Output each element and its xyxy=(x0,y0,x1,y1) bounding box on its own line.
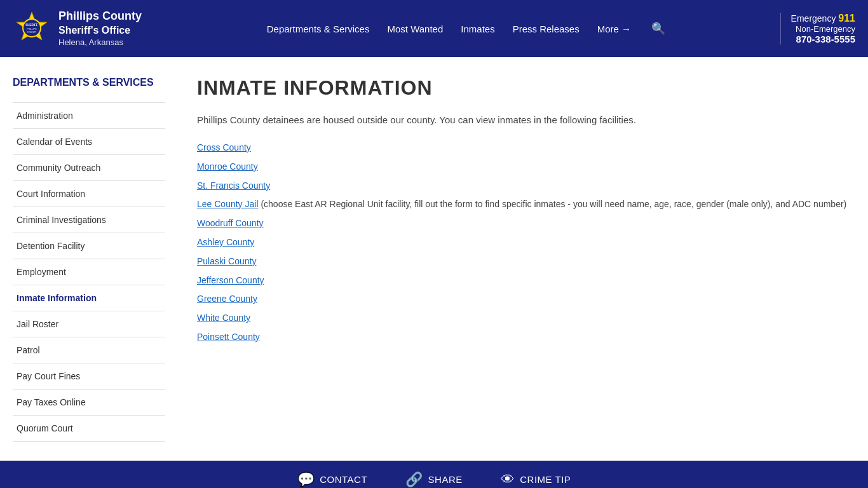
search-button[interactable]: 🔍 xyxy=(649,19,668,38)
nav-more[interactable]: More → xyxy=(597,24,631,34)
facility-link-poinsett[interactable]: Poinsett County xyxy=(197,332,260,342)
sidebar-link-court[interactable]: Court Information xyxy=(13,181,165,207)
sidebar-heading: DEPARTMENTS & SERVICES xyxy=(13,76,165,90)
main-nav: Departments & Services Most Wanted Inmat… xyxy=(161,19,774,38)
sidebar-link-community[interactable]: Community Outreach xyxy=(13,155,165,180)
sidebar-item-court: Court Information xyxy=(13,181,165,207)
facility-link-monroe[interactable]: Monroe County xyxy=(197,161,258,172)
emergency-info: Emergency 911 Non-Emergency 870-338-5555 xyxy=(780,13,855,44)
nav-departments[interactable]: Departments & Services xyxy=(267,24,370,34)
site-footer: 💬 CONTACT 🔗 SHARE 👁 CRIME TIP xyxy=(0,461,868,488)
sidebar-item-jail: Jail Roster xyxy=(13,311,165,337)
content-intro: Phillips County detainees are housed out… xyxy=(197,112,855,128)
office-name: Sheriff's Office xyxy=(58,24,142,37)
facility-link-white[interactable]: White County xyxy=(197,313,250,323)
facility-link-woodruff[interactable]: Woodruff County xyxy=(197,218,264,228)
sidebar-item-calendar: Calendar of Events xyxy=(13,129,165,155)
footer-share-label: SHARE xyxy=(428,474,463,485)
agency-badge-icon: SHERIFF PHILLIPS COUNTY xyxy=(13,10,51,48)
facility-link-cross[interactable]: Cross County xyxy=(197,142,251,152)
contact-icon: 💬 xyxy=(297,471,315,488)
share-icon: 🔗 xyxy=(405,471,423,488)
footer-crime-tip[interactable]: 👁 CRIME TIP xyxy=(501,471,571,488)
emergency-label: Emergency xyxy=(791,13,836,24)
sidebar-link-calendar[interactable]: Calendar of Events xyxy=(13,129,165,154)
main-content: INMATE INFORMATION Phillips County detai… xyxy=(178,76,855,442)
sidebar-menu: Administration Calendar of Events Commun… xyxy=(13,102,165,442)
sidebar-item-employment: Employment xyxy=(13,259,165,285)
sidebar-item-pay-taxes: Pay Taxes Online xyxy=(13,390,165,416)
facility-link-pulaski[interactable]: Pulaski County xyxy=(197,256,256,266)
sidebar-link-quorum[interactable]: Quorum Court xyxy=(13,416,165,441)
svg-text:COUNTY: COUNTY xyxy=(27,31,37,34)
logo-area: SHERIFF PHILLIPS COUNTY Phillips County … xyxy=(13,9,142,48)
sidebar-link-pay-taxes[interactable]: Pay Taxes Online xyxy=(13,390,165,415)
svg-text:PHILLIPS: PHILLIPS xyxy=(27,28,37,30)
facility-row-pulaski: Pulaski County xyxy=(197,254,855,269)
facility-link-greene[interactable]: Greene County xyxy=(197,294,257,304)
sidebar-link-detention[interactable]: Detention Facility xyxy=(13,233,165,259)
sidebar-item-pay-court: Pay Court Fines xyxy=(13,363,165,390)
sidebar-item-administration: Administration xyxy=(13,103,165,129)
arrow-right-icon: → xyxy=(621,24,631,34)
facility-link-lee[interactable]: Lee County Jail xyxy=(197,199,259,209)
sidebar-link-criminal[interactable]: Criminal Investigations xyxy=(13,207,165,233)
header-title-block: Phillips County Sheriff's Office Helena,… xyxy=(58,9,142,48)
emergency-number: 911 xyxy=(838,13,855,24)
page-title: INMATE INFORMATION xyxy=(197,76,855,100)
sidebar: DEPARTMENTS & SERVICES Administration Ca… xyxy=(13,76,178,442)
facility-link-jefferson[interactable]: Jefferson County xyxy=(197,275,264,285)
sidebar-link-patrol[interactable]: Patrol xyxy=(13,337,165,363)
sidebar-link-employment[interactable]: Employment xyxy=(13,259,165,285)
crime-tip-icon: 👁 xyxy=(501,471,515,488)
footer-crime-tip-label: CRIME TIP xyxy=(520,474,571,485)
facility-row-poinsett: Poinsett County xyxy=(197,330,855,345)
agency-name: Phillips County xyxy=(58,9,142,24)
nav-most-wanted[interactable]: Most Wanted xyxy=(387,24,443,34)
facility-row-stfrancis: St. Francis County xyxy=(197,179,855,194)
facility-row-lee: Lee County Jail (choose East AR Regional… xyxy=(197,197,855,212)
sidebar-link-inmate[interactable]: Inmate Information xyxy=(13,285,165,311)
main-container: DEPARTMENTS & SERVICES Administration Ca… xyxy=(0,57,868,461)
svg-text:SHERIFF: SHERIFF xyxy=(25,24,38,27)
non-emergency-number: 870-338-5555 xyxy=(791,34,855,44)
site-header: SHERIFF PHILLIPS COUNTY Phillips County … xyxy=(0,0,868,57)
facility-row-cross: Cross County xyxy=(197,140,855,156)
sidebar-link-jail[interactable]: Jail Roster xyxy=(13,311,165,337)
facility-row-greene: Greene County xyxy=(197,292,855,307)
facility-row-jefferson: Jefferson County xyxy=(197,273,855,288)
footer-share[interactable]: 🔗 SHARE xyxy=(405,471,463,488)
nav-inmates[interactable]: Inmates xyxy=(461,24,494,34)
nav-more-label: More xyxy=(597,24,619,34)
facility-link-stfrancis[interactable]: St. Francis County xyxy=(197,180,270,191)
sidebar-item-patrol: Patrol xyxy=(13,337,165,363)
sidebar-item-community: Community Outreach xyxy=(13,155,165,181)
sidebar-item-inmate: Inmate Information xyxy=(13,285,165,311)
facility-link-ashley[interactable]: Ashley County xyxy=(197,237,254,247)
sidebar-item-criminal: Criminal Investigations xyxy=(13,207,165,233)
facility-lee-note: (choose East AR Regional Unit facility, … xyxy=(261,199,846,209)
footer-contact-label: CONTACT xyxy=(320,474,367,485)
facility-row-white: White County xyxy=(197,311,855,326)
non-emergency-label: Non-Emergency xyxy=(791,24,855,34)
facility-row-monroe: Monroe County xyxy=(197,159,855,175)
footer-contact[interactable]: 💬 CONTACT xyxy=(297,471,367,488)
facility-row-woodruff: Woodruff County xyxy=(197,216,855,231)
sidebar-item-quorum: Quorum Court xyxy=(13,416,165,442)
sidebar-link-administration[interactable]: Administration xyxy=(13,103,165,128)
agency-location: Helena, Arkansas xyxy=(58,37,142,48)
facility-links: Cross County Monroe County St. Francis C… xyxy=(197,140,855,345)
nav-press-releases[interactable]: Press Releases xyxy=(513,24,580,34)
sidebar-link-pay-court[interactable]: Pay Court Fines xyxy=(13,363,165,389)
facility-row-ashley: Ashley County xyxy=(197,235,855,250)
sidebar-item-detention: Detention Facility xyxy=(13,233,165,259)
